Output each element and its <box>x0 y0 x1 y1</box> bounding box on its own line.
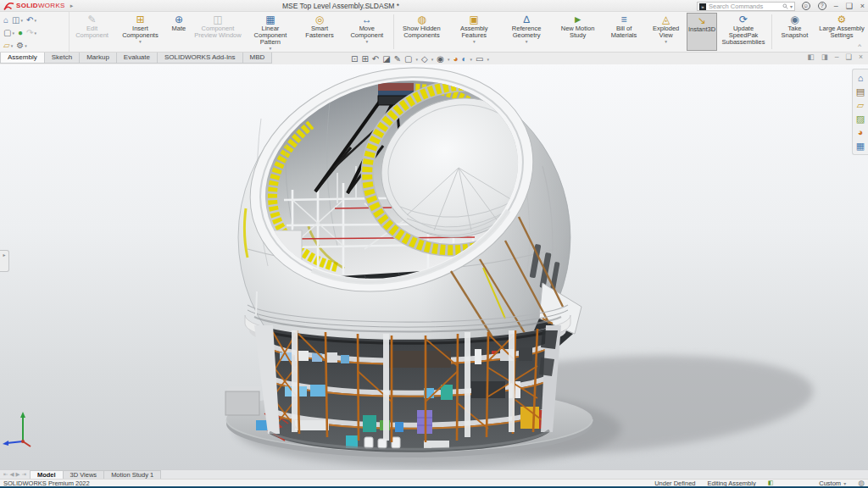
new-document-button-glyph: ▢ <box>3 28 11 38</box>
edit-appearance-icon[interactable]: ◕ <box>453 53 458 65</box>
tab-assembly[interactable]: Assembly <box>0 53 45 64</box>
zoom-to-fit-icon[interactable]: ⊡ <box>351 53 358 65</box>
appearances-scenes-icon[interactable]: ◕ <box>853 125 868 139</box>
ribbon-button-insert-components[interactable]: ⊞Insert Components▾ <box>114 13 166 51</box>
ribbon-button-label: Exploded View <box>648 25 684 39</box>
component-preview-window-icon: ◫ <box>213 14 222 25</box>
home-button[interactable]: ⌂ <box>3 15 8 25</box>
search-input[interactable]: Search Commands <box>709 3 782 10</box>
view-palette-icon[interactable]: ▨ <box>853 112 868 125</box>
ribbon-button-show-hidden-components[interactable]: ◍Show Hidden Components <box>395 13 448 51</box>
previous-view-icon[interactable]: ↶ <box>372 53 379 65</box>
orientation-triad <box>3 412 31 446</box>
user-account-icon[interactable]: ☺ <box>802 2 810 10</box>
pane-right-icon[interactable]: ◨ <box>821 53 828 61</box>
ribbon-button-update-speedpak-subassemblies[interactable]: ⟳Update SpeedPak Subassemblies <box>717 13 770 51</box>
doc-tab-motion-study-1[interactable]: Motion Study 1 <box>103 470 161 479</box>
ribbon-button-exploded-view[interactable]: ◬Exploded View▾ <box>645 13 687 51</box>
graphics-viewport[interactable]: ▸ ⌂▤▱▨◕▦ <box>0 64 868 469</box>
ribbon-button-assembly-features[interactable]: ▣Assembly Features▾ <box>448 13 500 51</box>
ribbon-button-mate[interactable]: ⊕Mate <box>166 13 192 51</box>
doc-tab-3d-views[interactable]: 3D Views <box>63 470 105 479</box>
open-button[interactable]: ▱▾ <box>3 41 13 51</box>
featuremanager-collapsed-tab[interactable]: ▸ <box>0 250 9 272</box>
last-tab-arrow[interactable]: ⇥ <box>21 471 25 478</box>
ribbon-button-label: Show Hidden Components <box>398 25 445 39</box>
options-button[interactable]: ⚙▾ <box>16 41 26 51</box>
tab-evaluate[interactable]: Evaluate <box>116 53 158 64</box>
assembly-3d-model[interactable] <box>0 64 868 469</box>
search-commands-box[interactable]: » Search Commands ▾ <box>697 2 795 11</box>
search-dropdown-caret[interactable]: ▾ <box>790 3 793 9</box>
menu-expand-arrow[interactable]: ▸ <box>70 3 74 9</box>
ribbon-button-instant3d[interactable]: ↘Instant3D <box>687 13 717 51</box>
solidworks-resources-icon[interactable]: ⌂ <box>853 71 868 85</box>
doc-restore-button[interactable]: ❑ <box>845 53 852 61</box>
help-icon[interactable]: ? <box>818 2 826 10</box>
display-style-icon[interactable]: ◇ <box>421 53 428 65</box>
close-button[interactable]: × <box>860 1 865 11</box>
undo-button[interactable]: ↶▾ <box>26 15 36 25</box>
hide-show-items-icon[interactable]: ◉ <box>437 53 444 65</box>
status-bar: SOLIDWORKS Premium 2022 Under Defined Ed… <box>0 479 868 486</box>
ribbon-button-move-component[interactable]: ↔Move Component▾ <box>342 13 391 51</box>
take-snapshot-icon: ◉ <box>790 14 798 25</box>
ribbon-button-take-snapshot[interactable]: ◉Take Snapshot <box>774 13 815 51</box>
first-tab-arrow[interactable]: ⇤ <box>3 471 8 478</box>
apply-scene-icon[interactable]: ◐ <box>462 53 467 65</box>
tab-mbd[interactable]: MBD <box>242 53 273 64</box>
heads-up-view-toolbar: ⊡⊞↶◪✎▢▾◇▾◉▾◕◐▾▭▾ <box>351 53 489 66</box>
ribbon-collapse-chevron[interactable]: ^ <box>858 42 861 50</box>
restore-button[interactable]: ❑ <box>846 1 853 11</box>
prev-tab-arrow[interactable]: ◀ <box>9 471 14 478</box>
dropdown-caret[interactable]: ▾ <box>487 57 490 62</box>
view-orientation-icon[interactable]: ▢ <box>404 53 412 65</box>
dropdown-caret: ▾ <box>12 30 14 36</box>
minimize-button[interactable]: – <box>834 1 838 11</box>
new-document-button[interactable]: ▢▾ <box>3 28 14 38</box>
section-view-icon[interactable]: ◪ <box>382 53 390 65</box>
doc-tab-model[interactable]: Model <box>30 470 64 479</box>
mate-icon: ⊕ <box>175 14 183 25</box>
dropdown-caret[interactable]: ▾ <box>448 57 450 62</box>
save-button[interactable]: ◫▾ <box>12 15 23 25</box>
dropdown-caret: ▾ <box>665 39 667 44</box>
dropdown-caret[interactable]: ▾ <box>431 57 434 62</box>
tab-solidworks-add-ins[interactable]: SOLIDWORKS Add-Ins <box>157 53 243 64</box>
ribbon-button-label: Bill of Materials <box>605 25 643 39</box>
dropdown-caret: ▾ <box>139 39 142 44</box>
quick-access-toolbar: ⌂◫▾↶▾▢▾●↷▾▱▾⚙▾ <box>0 12 70 52</box>
dynamic-annotation-views-icon[interactable]: ✎ <box>394 53 401 65</box>
ribbon-button-edit-component: ✎Edit Component <box>70 13 114 51</box>
file-explorer-icon[interactable]: ▱ <box>853 98 868 112</box>
ribbon-button-linear-component-pattern[interactable]: ▦Linear Component Pattern▾ <box>244 13 297 51</box>
ribbon-button-new-motion-study[interactable]: ►New Motion Study <box>553 13 603 51</box>
rebuild-button[interactable]: ● <box>18 28 23 38</box>
zoom-to-area-icon[interactable]: ⊞ <box>361 53 368 65</box>
ribbon-separator <box>771 14 772 49</box>
search-scope-badge: » <box>699 3 706 10</box>
dropdown-caret[interactable]: ▾ <box>415 57 418 62</box>
doc-minimize-button[interactable]: – <box>835 53 839 61</box>
ribbon-button-label: Linear Component Pattern <box>247 25 294 46</box>
ribbon-button-reference-geometry[interactable]: ∆Reference Geometry▾ <box>500 13 553 51</box>
dropdown-caret: ▾ <box>365 39 368 44</box>
view-settings-icon[interactable]: ▭ <box>476 53 483 65</box>
doc-close-button[interactable]: × <box>859 53 863 61</box>
unit-caret-icon: ▾ <box>843 480 846 486</box>
ribbon-button-smart-fasteners[interactable]: ◎Smart Fasteners <box>297 13 342 51</box>
next-tab-arrow[interactable]: ▶ <box>15 471 19 478</box>
tab-markup[interactable]: Markup <box>79 53 117 64</box>
pane-left-icon[interactable]: ◧ <box>808 53 815 61</box>
open-button-glyph: ▱ <box>3 41 10 51</box>
ribbon-button-label: Mate <box>172 25 186 32</box>
custom-properties-icon[interactable]: ▦ <box>853 139 868 152</box>
home-button-glyph: ⌂ <box>3 15 8 25</box>
dropdown-caret[interactable]: ▾ <box>470 57 473 62</box>
design-library-icon[interactable]: ▤ <box>853 85 868 98</box>
tab-sketch[interactable]: Sketch <box>44 53 80 64</box>
search-icon[interactable] <box>782 3 788 9</box>
ribbon-button-bill-of-materials[interactable]: ≡Bill of Materials <box>603 13 645 51</box>
command-ribbon: ⌂◫▾↶▾▢▾●↷▾▱▾⚙▾ ✎Edit Component⊞Insert Co… <box>0 12 868 53</box>
dropdown-caret: ▾ <box>526 39 528 44</box>
